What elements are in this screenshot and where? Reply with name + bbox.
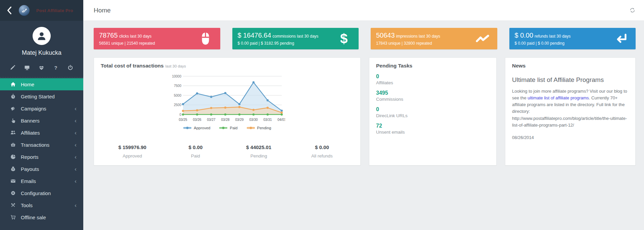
- stat-value: 78765: [99, 32, 118, 39]
- news-body: Looking to join more affiliate programs?…: [512, 88, 629, 129]
- chevron-left-icon: ‹: [75, 106, 77, 111]
- nav-item-campaigns[interactable]: Campaigns ‹: [0, 102, 83, 114]
- card-title: Total cost of transactionslast 30 days: [101, 63, 354, 69]
- tools-icon: [10, 202, 16, 208]
- chevron-left-icon: ‹: [75, 178, 77, 184]
- stat-label: clicks last 30 days: [119, 34, 152, 39]
- clicks-stat-card[interactable]: 78765clicks last 30 days 56581 unique | …: [94, 28, 220, 49]
- legend-label: Approved: [194, 126, 210, 130]
- legend-item-pending: Pending: [246, 126, 271, 130]
- stat-subtext: $ 0.00 paid | $ 3182.95 pending: [238, 41, 335, 46]
- nav-item-affiliates[interactable]: Affiliates ‹: [0, 127, 83, 139]
- nav-item-offline-sale[interactable]: Offline sale: [0, 211, 83, 223]
- dollar-icon: $: [335, 32, 353, 45]
- news-link[interactable]: ultimate list of affiliate programs: [527, 95, 589, 100]
- chevron-left-icon: ‹: [75, 154, 77, 160]
- stat-subtext: $ 0.00 paid | $ 0.00 pending: [515, 41, 612, 46]
- stat-text: 50643impressions last 30 days 17843 uniq…: [376, 32, 474, 46]
- stat-value: 50643: [376, 32, 395, 39]
- hand-pointer-icon: [10, 118, 16, 124]
- heartbeat-icon[interactable]: [38, 64, 44, 71]
- svg-text:03/26: 03/26: [193, 118, 201, 122]
- transactions-subtitle: last 30 days: [165, 64, 186, 68]
- bullhorn-icon: [10, 106, 16, 111]
- pending-tasks-card: Pending Tasks 0 Affiliates 3495 Commissi…: [369, 57, 497, 166]
- nav-item-configuration[interactable]: Configuration: [0, 187, 83, 199]
- money-bag-icon: $: [10, 166, 16, 172]
- transactions-chart: 02500500075001000003/2503/2603/2703/2803…: [170, 74, 285, 125]
- refresh-button[interactable]: [630, 7, 635, 13]
- legend-label: Paid: [230, 126, 237, 130]
- nav-item-reports[interactable]: Reports ‹: [0, 151, 83, 163]
- page-header: Home: [83, 0, 644, 21]
- nav-label: Home: [21, 82, 34, 87]
- nav-item-home[interactable]: Home: [0, 78, 83, 90]
- power-icon[interactable]: [67, 64, 73, 71]
- nav-item-tools[interactable]: Tools ‹: [0, 199, 83, 211]
- refunds-stat-card[interactable]: $ 0.00refunds last 30 days $ 0.00 paid |…: [509, 28, 636, 49]
- stat-cards-row: 78765clicks last 30 days 56581 unique | …: [94, 28, 636, 49]
- gear-icon: [10, 190, 16, 196]
- svg-text:03/27: 03/27: [207, 118, 215, 122]
- total-label: Paid: [164, 153, 227, 158]
- total-paid: $ 0.00 Paid: [164, 144, 227, 158]
- chevron-left-icon: ‹: [75, 142, 77, 148]
- svg-text:03/29: 03/29: [235, 118, 243, 122]
- transactions-totals: $ 159976.90 Approved $ 0.00 Paid $ 44025…: [101, 144, 354, 160]
- stat-text: $ 0.00refunds last 30 days $ 0.00 paid |…: [515, 32, 612, 46]
- nav-item-emails[interactable]: Emails ‹: [0, 175, 83, 187]
- svg-text:2500: 2500: [174, 103, 181, 107]
- impressions-stat-card[interactable]: 50643impressions last 30 days 17843 uniq…: [371, 28, 497, 49]
- legend-item-paid: Paid: [219, 126, 237, 130]
- main-area: Home 78765clicks last 30 days 56581 uniq…: [83, 0, 644, 230]
- pencil-icon[interactable]: [9, 64, 15, 71]
- app-logo-icon[interactable]: [19, 5, 30, 16]
- envelope-icon: [10, 178, 16, 184]
- nav-item-transactions[interactable]: Transactions ‹: [0, 139, 83, 151]
- nav-label: Offline sale: [21, 215, 46, 220]
- legend-item-approved: Approved: [183, 126, 210, 130]
- app-logo-text: Post Affiliate Pro: [36, 8, 73, 13]
- nav-label: Affiliates: [21, 130, 40, 136]
- home-icon: [10, 82, 16, 87]
- nav-item-getting-started[interactable]: Getting Started: [0, 90, 83, 102]
- nav-label: Getting Started: [21, 94, 55, 99]
- news-card: News Ultimate list of Affiliate Programs…: [505, 57, 636, 166]
- avatar: [33, 27, 51, 45]
- task-count: 72: [376, 123, 490, 129]
- user-name: Matej Kukucka: [0, 49, 83, 56]
- sidebar-divider: [0, 77, 83, 78]
- nav-item-banners[interactable]: Banners ‹: [0, 114, 83, 127]
- stat-value: $ 0.00: [515, 32, 534, 39]
- mouse-icon: [197, 32, 214, 45]
- stopwatch-icon: [10, 94, 16, 99]
- return-arrow-icon: [612, 32, 630, 45]
- chart-legend: ApprovedPaidPending: [101, 126, 354, 130]
- pie-chart-icon: [10, 154, 16, 160]
- legend-marker: [246, 126, 255, 130]
- legend-label: Pending: [257, 126, 271, 130]
- svg-text:0: 0: [179, 113, 181, 117]
- task-count: 0: [376, 74, 490, 80]
- total-value: $ 0.00: [164, 144, 227, 150]
- stat-label: impressions last 30 days: [396, 34, 440, 39]
- stat-label: commissions last 30 days: [273, 34, 319, 39]
- commissions-stat-card[interactable]: $ 16476.64commissions last 30 days $ 0.0…: [232, 28, 359, 49]
- help-icon[interactable]: ?: [53, 64, 59, 71]
- dashboard-page: Post Affiliate Pro Matej Kukucka ? Home …: [0, 0, 644, 230]
- task-label: Commissions: [376, 97, 490, 102]
- stat-text: $ 16476.64commissions last 30 days $ 0.0…: [238, 32, 335, 46]
- legend-marker: [219, 126, 228, 130]
- chevron-left-icon: ‹: [75, 118, 77, 124]
- nav-label: Reports: [21, 154, 39, 160]
- news-article-title: Ultimate list of Affiliate Programs: [512, 76, 629, 84]
- card-title: News: [512, 63, 629, 69]
- back-button[interactable]: [7, 6, 12, 14]
- chevron-left-icon: ‹: [75, 166, 77, 172]
- nav-item-payouts[interactable]: $ Payouts ‹: [0, 163, 83, 175]
- total-label: Pending: [227, 153, 290, 158]
- news-title: News: [512, 63, 526, 68]
- nav-label: Tools: [21, 202, 33, 208]
- pending-tasks-title: Pending Tasks: [376, 63, 412, 68]
- monitor-icon[interactable]: [24, 64, 30, 71]
